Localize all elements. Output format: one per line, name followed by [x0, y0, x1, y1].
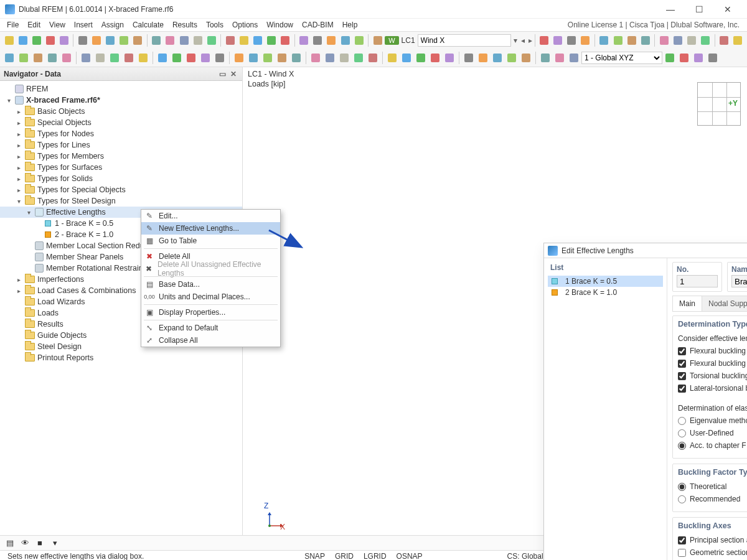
results-view-icon[interactable]: ▾ — [49, 538, 61, 549]
toolbar-button[interactable] — [565, 34, 578, 47]
toolbar-button[interactable] — [598, 34, 611, 47]
toolbar-button[interactable] — [156, 51, 169, 65]
lc-dropdown-icon[interactable]: ▾ — [514, 36, 517, 45]
toolbar-button[interactable] — [2, 51, 16, 65]
toolbar-button[interactable] — [639, 34, 652, 47]
menu-tools[interactable]: Tools — [202, 19, 228, 30]
menu-view[interactable]: View — [45, 19, 70, 30]
context-menu-item[interactable]: ▦Go to Table — [141, 235, 280, 247]
tree-item[interactable]: Printout Reports — [0, 352, 242, 363]
toolbar-button[interactable] — [476, 51, 490, 65]
toolbar-button[interactable] — [122, 51, 136, 65]
toolbar-button[interactable] — [414, 51, 428, 65]
menu-insert[interactable]: Insert — [70, 19, 97, 30]
snap-toggle[interactable]: SNAP — [299, 552, 330, 561]
toolbar-button[interactable] — [323, 51, 337, 65]
toolbar-button[interactable] — [191, 34, 204, 47]
toolbar-button[interactable] — [731, 34, 745, 47]
menu-options[interactable]: Options — [228, 19, 262, 30]
tree-item[interactable]: ▸Types for Members — [0, 151, 242, 162]
grid-toggle[interactable]: GRID — [330, 552, 359, 561]
toolbar-button[interactable] — [443, 51, 456, 65]
toolbar-button[interactable] — [247, 51, 260, 65]
toolbar-button[interactable] — [371, 34, 384, 47]
toolbar-button[interactable] — [339, 34, 352, 47]
tree-item[interactable]: ▸Types for Surfaces — [0, 162, 242, 173]
toolbar-button[interactable] — [205, 34, 218, 47]
menu-help[interactable]: Help — [338, 19, 362, 30]
buckling-factor-radio[interactable]: Recommended — [678, 493, 747, 505]
data-view-icon[interactable]: ▤ — [4, 538, 16, 549]
det-check[interactable]: Flexural buckling about y/u (major axis) — [678, 345, 747, 357]
toolbar-button[interactable] — [279, 34, 292, 47]
tree-item[interactable]: ▸Types for Lines — [0, 139, 242, 151]
toolbar-button[interactable] — [118, 34, 131, 47]
display-view-icon[interactable]: 👁 — [19, 538, 31, 549]
toolbar-button[interactable] — [17, 51, 31, 65]
menu-results[interactable]: Results — [168, 19, 202, 30]
maximize-button[interactable]: ☐ — [685, 0, 713, 19]
lgrid-toggle[interactable]: LGRID — [359, 552, 392, 561]
toolbar-button[interactable] — [170, 51, 184, 65]
toolbar-button[interactable] — [289, 51, 303, 65]
det-check[interactable]: Torsional buckling — [678, 370, 747, 382]
lc-next-icon[interactable]: ▸ — [529, 36, 532, 45]
dialog-tab[interactable]: Main — [672, 296, 702, 311]
toolbar-button[interactable] — [199, 51, 212, 65]
toolbar-button[interactable] — [677, 51, 691, 65]
toolbar-button[interactable] — [136, 51, 150, 65]
toolbar-button[interactable] — [275, 51, 289, 65]
tree-item[interactable]: ▸Basic Objects — [0, 106, 242, 117]
menu-edit[interactable]: Edit — [23, 19, 45, 30]
menu-window[interactable]: Window — [262, 19, 298, 30]
toolbar-button[interactable] — [366, 51, 380, 65]
undock-icon[interactable]: ▭ — [217, 70, 227, 78]
menu-assign[interactable]: Assign — [97, 19, 128, 30]
menu-calculate[interactable]: Calculate — [128, 19, 168, 30]
toolbar-button[interactable] — [184, 51, 198, 65]
lc-prev-icon[interactable]: ◂ — [520, 36, 526, 45]
toolbar-button[interactable] — [718, 34, 731, 47]
toolbar-button[interactable] — [337, 51, 351, 65]
toolbar-button[interactable] — [232, 51, 246, 65]
toolbar-button[interactable] — [706, 51, 720, 65]
toolbar-button[interactable] — [538, 34, 551, 47]
toolbar-button[interactable] — [31, 51, 45, 65]
menu-cad-bim[interactable]: CAD-BIM — [298, 19, 338, 30]
name-field[interactable] — [731, 275, 747, 287]
minimize-button[interactable]: ― — [656, 0, 685, 19]
view-cube[interactable]: +Y — [697, 82, 741, 126]
toolbar-button[interactable] — [325, 34, 338, 47]
views-icon[interactable]: ■ — [34, 538, 46, 549]
dialog-list-item[interactable]: 1 Brace K = 0.5 — [548, 276, 663, 287]
toolbar-button[interactable] — [692, 51, 705, 65]
toolbar-button[interactable] — [699, 34, 712, 47]
toolbar-button[interactable] — [538, 51, 552, 65]
menu-file[interactable]: File — [2, 19, 23, 30]
toolbar-button[interactable] — [76, 34, 89, 47]
tree-item[interactable]: ▸Types for Nodes — [0, 128, 242, 139]
toolbar-button[interactable] — [663, 51, 677, 65]
toolbar-button[interactable] — [251, 34, 264, 47]
toolbar-button[interactable] — [657, 34, 670, 47]
toolbar-button[interactable] — [567, 51, 581, 65]
dialog-list-item[interactable]: 2 Brace K = 1.0 — [548, 287, 663, 298]
toolbar-button[interactable] — [491, 51, 504, 65]
moment-radio[interactable]: User-Defined — [678, 427, 747, 439]
toolbar-button[interactable] — [552, 34, 565, 47]
toolbar-button[interactable] — [298, 34, 311, 47]
toolbar-button[interactable] — [400, 51, 413, 65]
tree-item[interactable]: ▸Types for Solids — [0, 173, 242, 184]
toolbar-button[interactable] — [428, 51, 442, 65]
toolbar-button[interactable] — [261, 51, 275, 65]
toolbar-button[interactable] — [223, 34, 237, 47]
context-menu-item[interactable]: 0,00Units and Decimal Places... — [141, 291, 280, 303]
toolbar-button[interactable] — [131, 34, 144, 47]
toolbar-button[interactable] — [2, 34, 16, 47]
toolbar-button[interactable] — [150, 34, 163, 47]
toolbar-button[interactable] — [685, 34, 698, 47]
lc-name-field[interactable] — [418, 34, 511, 47]
toolbar-button[interactable] — [352, 34, 365, 47]
close-panel-icon[interactable]: ✕ — [228, 70, 238, 78]
toolbar-button[interactable] — [385, 51, 399, 65]
